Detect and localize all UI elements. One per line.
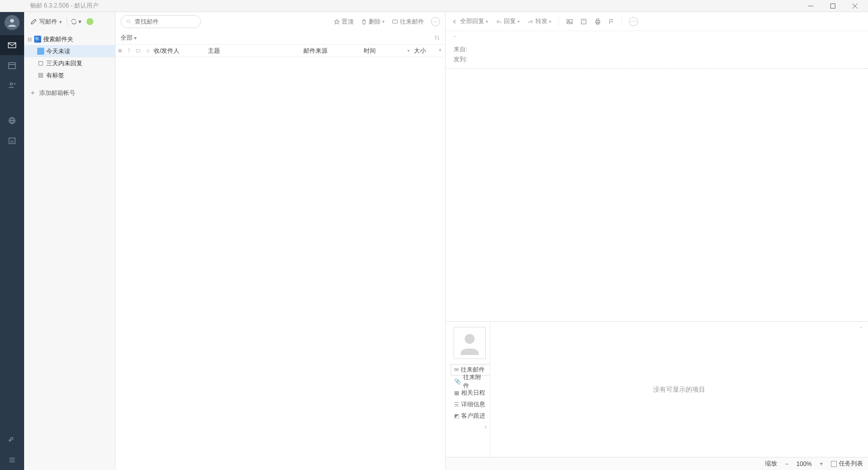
profile-avatar-icon[interactable] <box>5 15 20 30</box>
search-input-wrapper[interactable] <box>121 15 201 28</box>
col-time[interactable]: 时间▾ <box>362 47 412 55</box>
help-button[interactable]: ? <box>580 18 587 25</box>
col-subject[interactable]: 主题 <box>206 47 301 55</box>
expand-icon[interactable] <box>858 325 864 330</box>
app-title: 畅邮 6.3.2.506 - 默认用户 <box>30 2 98 10</box>
status-online-icon[interactable] <box>86 18 93 25</box>
nav-globe[interactable] <box>0 110 24 131</box>
col-sender[interactable]: 收/发件人 <box>152 47 206 55</box>
compose-button[interactable]: 写邮件 ▾ <box>28 17 64 27</box>
col-read[interactable] <box>134 48 143 53</box>
chevron-down-icon: ▾ <box>78 18 81 25</box>
search-input[interactable] <box>135 18 195 25</box>
more-button[interactable]: ⋯ <box>431 17 440 26</box>
separator <box>559 17 559 26</box>
col-attach[interactable] <box>143 48 152 54</box>
contact-tab-attach[interactable]: 📎往来附件 <box>451 376 490 387</box>
tasklist-toggle[interactable]: 任务列表 <box>831 459 863 468</box>
contact-tab-details[interactable]: ☰详细信息 <box>451 399 490 410</box>
nav-tools[interactable] <box>0 430 24 450</box>
contact-panel: ✉往来邮件 📎往来附件 ▦相关日程 ☰详细信息 ◩客户跟进 ‹ 没有可显示的项目 <box>446 321 868 457</box>
tabs-collapse-button[interactable]: ‹ <box>451 422 490 432</box>
chevron-down-icon: ▾ <box>382 19 385 24</box>
more-button[interactable]: ⋯ <box>629 17 638 26</box>
svg-rect-25 <box>136 50 140 52</box>
zoom-value: 100% <box>796 460 812 467</box>
tree-label: 有标签 <box>46 71 64 80</box>
tree-search-folders[interactable]: ⊟ 🔍 搜索邮件夹 <box>24 33 115 45</box>
svg-rect-20 <box>41 76 43 77</box>
refresh-button[interactable]: ▾ <box>70 18 81 25</box>
col-source[interactable]: 邮件来源 <box>301 47 362 55</box>
reply-button[interactable]: 回复▾ <box>495 17 520 26</box>
from-label: 来自: <box>454 44 467 54</box>
nav-mail[interactable] <box>0 35 24 55</box>
svg-line-22 <box>130 22 131 23</box>
filter-all-button[interactable]: 全部 ▾ <box>121 34 137 42</box>
contact-avatar-icon <box>454 327 486 359</box>
pin-button[interactable]: 置顶 <box>334 18 354 26</box>
folder-sidebar: 写邮件 ▾ ▾ ⊟ 🔍 搜索邮件夹 今天未读 <box>24 12 116 470</box>
plus-icon: ＋ <box>29 88 36 97</box>
maximize-button[interactable] <box>822 0 844 12</box>
col-size[interactable]: 大小 <box>412 47 436 55</box>
reply-all-button[interactable]: 全部回复▾ <box>452 17 488 26</box>
tree-item-today-unread[interactable]: 今天未读 <box>24 45 115 57</box>
chevron-down-icon: ▾ <box>486 19 488 24</box>
contact-tab-crm[interactable]: ◩客户跟进 <box>451 410 490 422</box>
svg-rect-19 <box>39 76 40 77</box>
message-body <box>446 69 868 321</box>
empty-message: 没有可显示的项目 <box>653 385 705 394</box>
svg-point-4 <box>10 19 14 23</box>
zoom-in-button[interactable]: + <box>817 459 826 468</box>
tree-item-3day-noreply[interactable]: 三天内未回复 <box>24 57 115 69</box>
add-account-button[interactable]: ＋ 添加邮箱帐号 <box>24 84 115 101</box>
nav-menu[interactable] <box>0 450 24 470</box>
svg-rect-31 <box>597 19 599 21</box>
nav-contacts[interactable] <box>0 75 24 95</box>
window-controls <box>800 0 866 12</box>
contact-tabs: ✉往来邮件 📎往来附件 ▦相关日程 ☰详细信息 ◩客户跟进 ‹ <box>451 364 490 432</box>
collapse-icon[interactable]: ⊟ <box>27 37 32 42</box>
collapse-headers-button[interactable] <box>446 31 868 42</box>
col-flag2[interactable] <box>436 48 445 54</box>
zoom-out-button[interactable]: − <box>782 459 791 468</box>
contact-card <box>446 322 489 359</box>
tree-label: 搜索邮件夹 <box>43 35 73 44</box>
nav-calendar[interactable] <box>0 55 24 75</box>
zoom-label: 缩放 <box>765 459 777 468</box>
delete-button[interactable]: 删除 ▾ <box>361 18 385 26</box>
svg-rect-18 <box>41 73 43 75</box>
close-button[interactable] <box>844 0 866 12</box>
title-bar: 畅邮 6.3.2.506 - 默认用户 <box>0 0 868 12</box>
sort-button[interactable] <box>434 35 440 41</box>
reading-pane: 全部回复▾ 回复▾ 转发▾ ? ⋯ <box>446 12 868 470</box>
svg-rect-23 <box>393 20 398 23</box>
to-label: 发到: <box>454 54 467 64</box>
mail-list-pane: 置顶 删除 ▾ 往来邮件 ⋯ 全部 ▾ <box>116 12 446 470</box>
forward-button[interactable]: 转发▾ <box>527 17 552 26</box>
image-button[interactable] <box>566 18 573 25</box>
message-headers: 来自: 发到: <box>446 42 868 69</box>
conversation-button[interactable]: 往来邮件 <box>392 18 424 26</box>
divider <box>67 17 67 26</box>
reading-toolbar: 全部回复▾ 回复▾ 转发▾ ? ⋯ <box>446 12 868 31</box>
filter-row: 全部 ▾ <box>116 31 445 44</box>
svg-rect-17 <box>39 73 40 75</box>
flag-button[interactable] <box>608 18 614 25</box>
minimize-button[interactable] <box>800 0 822 12</box>
col-priority[interactable]: ! <box>125 47 134 54</box>
contact-panel-content: 没有可显示的项目 <box>490 322 868 457</box>
svg-text:?: ? <box>583 20 585 23</box>
contact-tab-calendar[interactable]: ▦相关日程 <box>451 387 490 399</box>
search-icon <box>126 19 132 25</box>
col-flag[interactable] <box>116 48 125 53</box>
tree-item-tagged[interactable]: 有标签 <box>24 69 115 81</box>
grid-icon <box>37 72 44 79</box>
crm-icon: ◩ <box>454 413 459 419</box>
tasklist-label: 任务列表 <box>839 459 863 468</box>
print-button[interactable] <box>594 18 601 25</box>
nav-date[interactable]: 30 <box>0 131 24 151</box>
chevron-down-icon: ▾ <box>59 19 62 25</box>
details-icon: ☰ <box>454 401 459 408</box>
